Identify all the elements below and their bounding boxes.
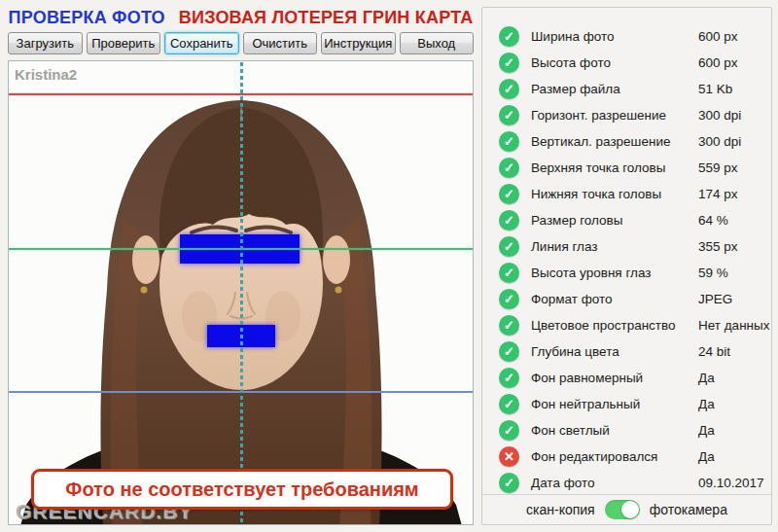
checklist-label: Фон нейтральный xyxy=(531,397,640,411)
checklist-row: ✓Нижняя точка головы174 px xyxy=(482,181,771,207)
checklist-value: 300 dpi xyxy=(698,108,741,123)
exit-button[interactable]: Выход xyxy=(400,32,475,54)
checklist-row: ✓Размер файла51 Kb xyxy=(482,76,771,102)
source-switch-row: скан-копия фотокамера xyxy=(482,494,771,524)
checklist-row: ✓Фон равномерныйДа xyxy=(482,365,771,391)
checklist-value: Да xyxy=(698,371,715,385)
status-pass-icon: ✓ xyxy=(499,53,519,73)
checklist-row: ✓Линия глаз355 px xyxy=(482,233,771,260)
checklist-label: Горизонт. разрешение xyxy=(531,108,666,123)
checklist-row: ✓Цветовое пространствоНет данных xyxy=(482,312,771,338)
checklist-value: 09.10.2017 xyxy=(698,476,764,490)
checklist-row: ✓Высота фото600 px xyxy=(482,50,771,76)
checklist-row: ✓Размер головы64 % xyxy=(482,207,771,233)
app-title: ПРОВЕРКА ФОТО xyxy=(9,8,165,28)
photo-canvas: Kristina2 Фото не соответствует требован… xyxy=(9,61,473,524)
checklist-value: JPEG xyxy=(698,292,732,306)
checklist-label: Фон редактировался xyxy=(531,449,657,464)
checklist-label: Ширина фото xyxy=(531,29,615,44)
status-pass-icon: ✓ xyxy=(499,420,519,441)
status-pass-icon: ✓ xyxy=(499,158,519,178)
status-pass-icon: ✓ xyxy=(499,131,519,152)
photo-filename-label: Kristina2 xyxy=(15,66,77,83)
camera-label: фотокамера xyxy=(650,502,727,517)
checklist-row: ✓Вертикал. разрешение300 dpi xyxy=(482,128,771,155)
status-fail-icon: ✕ xyxy=(499,446,519,467)
checklist-value: 600 px xyxy=(698,55,738,70)
checklist-label: Дата фото xyxy=(531,476,595,490)
checklist-value: Да xyxy=(698,397,715,411)
checklist-row: ✓Дата фото09.10.2017 xyxy=(482,470,771,496)
instruction-button[interactable]: Инструкция xyxy=(321,32,396,54)
checklist-label: Глубина цвета xyxy=(531,344,619,359)
checklist-row: ✓Высота уровня глаз59 % xyxy=(482,260,771,286)
checklist-value: 51 Kb xyxy=(698,82,732,96)
checklist-value: 355 px xyxy=(698,239,738,254)
checklist-row: ✓Верхняя точка головы559 px xyxy=(482,155,771,181)
status-pass-icon: ✓ xyxy=(499,210,519,231)
checklist-label: Размер файла xyxy=(531,82,620,96)
checklist-label: Высота фото xyxy=(531,55,611,70)
checklist-row: ✓Глубина цвета24 bit xyxy=(482,338,771,365)
status-pass-icon: ✓ xyxy=(499,394,519,414)
validation-message-box: Фото не соответствует требованиям xyxy=(31,469,453,510)
center-guide-line xyxy=(240,62,243,524)
checklist-value: 24 bit xyxy=(698,344,730,359)
checklist-label: Линия глаз xyxy=(531,239,598,254)
checklist-row: ✓Ширина фото600 px xyxy=(482,23,771,50)
checklist-value: 64 % xyxy=(698,213,728,228)
checklist-label: Нижняя точка головы xyxy=(531,187,661,201)
save-button[interactable]: Сохранить xyxy=(164,32,239,54)
checklist-value: 174 px xyxy=(698,187,738,201)
checklist-label: Вертикал. разрешение xyxy=(531,134,670,149)
status-pass-icon: ✓ xyxy=(499,263,519,283)
app-subtitle: ВИЗОВАЯ ЛОТЕРЕЯ ГРИН КАРТА xyxy=(179,8,474,28)
page-header: ПРОВЕРКА ФОТО ВИЗОВАЯ ЛОТЕРЕЯ ГРИН КАРТА xyxy=(8,6,474,29)
checklist-value: 600 px xyxy=(698,29,738,44)
source-toggle[interactable] xyxy=(605,500,640,519)
status-pass-icon: ✓ xyxy=(499,473,519,493)
checklist-row: ✓Фон нейтральныйДа xyxy=(482,391,771,417)
status-pass-icon: ✓ xyxy=(499,184,519,204)
checklist-value: Да xyxy=(698,449,715,464)
status-pass-icon: ✓ xyxy=(499,341,519,362)
checklist-panel: ✓Ширина фото600 px✓Высота фото600 px✓Раз… xyxy=(481,7,772,525)
checklist-row: ✓Формат фотоJPEG xyxy=(482,286,771,312)
checklist-label: Цветовое пространство xyxy=(531,318,676,333)
checklist-value: 559 px xyxy=(698,160,738,175)
status-pass-icon: ✓ xyxy=(499,79,519,99)
checklist-row: ✓Горизонт. разрешение300 dpi xyxy=(482,102,771,128)
checklist-label: Высота уровня глаз xyxy=(531,266,651,280)
check-button[interactable]: Проверить xyxy=(87,32,161,54)
status-pass-icon: ✓ xyxy=(499,315,519,336)
validation-message: Фото не соответствует требованиям xyxy=(65,479,418,501)
checklist-label: Фон светлый xyxy=(531,423,610,438)
toggle-knob xyxy=(621,501,639,518)
checklist-value: 300 dpi xyxy=(698,134,741,149)
checklist-label: Формат фото xyxy=(531,292,613,306)
checklist-label: Размер головы xyxy=(531,213,622,228)
clear-button[interactable]: Очистить xyxy=(243,32,318,54)
checklist-value: 59 % xyxy=(698,266,728,280)
checklist-rows: ✓Ширина фото600 px✓Высота фото600 px✓Раз… xyxy=(482,23,771,496)
checklist-value: Нет данных xyxy=(698,318,770,333)
status-pass-icon: ✓ xyxy=(499,105,519,125)
status-pass-icon: ✓ xyxy=(499,289,519,309)
checklist-row: ✕Фон редактировалсяДа xyxy=(482,443,771,470)
toolbar: Загрузить Проверить Сохранить Очистить И… xyxy=(8,32,474,54)
checklist-label: Верхняя точка головы xyxy=(531,160,665,175)
status-pass-icon: ✓ xyxy=(499,26,519,47)
photo-panel: Kristina2 Фото не соответствует требован… xyxy=(8,60,474,525)
checklist-row: ✓Фон светлыйДа xyxy=(482,417,771,443)
scan-copy-label: скан-копия xyxy=(526,502,595,517)
status-pass-icon: ✓ xyxy=(499,236,519,257)
status-pass-icon: ✓ xyxy=(499,368,519,388)
load-button[interactable]: Загрузить xyxy=(8,32,83,54)
checklist-label: Фон равномерный xyxy=(531,371,643,385)
checklist-value: Да xyxy=(698,423,715,438)
